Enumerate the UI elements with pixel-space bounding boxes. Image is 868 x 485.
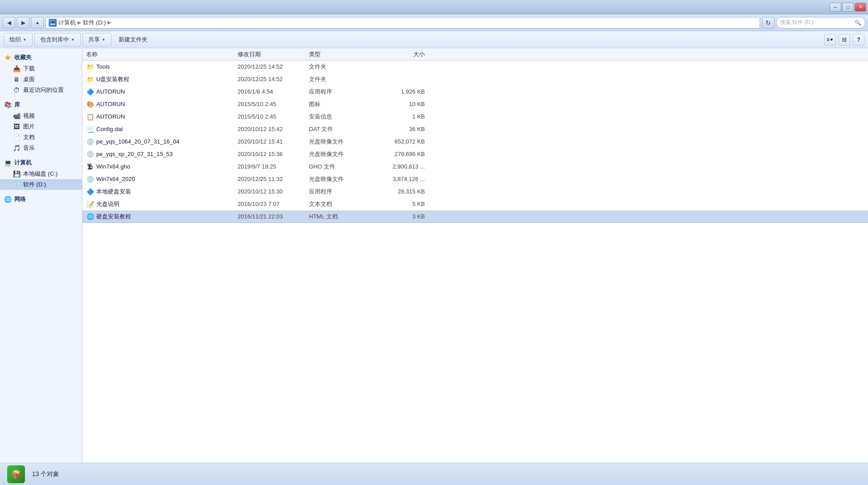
include-button[interactable]: 包含到库中 ▼ <box>34 33 81 46</box>
up-button[interactable]: ▲ <box>31 17 44 29</box>
file-size-cell: 10 KB <box>371 101 425 107</box>
file-size-cell: 28,315 KB <box>371 188 425 195</box>
refresh-button[interactable]: ↻ <box>762 17 774 29</box>
file-icon: 📋 <box>86 113 94 121</box>
file-type-cell: 光盘映像文件 <box>309 138 371 146</box>
file-name-cell: 💿 pe_yqs_1064_20_07_31_16_04 <box>86 138 238 146</box>
details-view-button[interactable]: ⊟ <box>839 34 850 45</box>
table-row[interactable]: 📋 AUTORUN 2015/5/10 2:45 安装信息 1 KB <box>82 111 868 123</box>
table-row[interactable]: 📃 Config.dat 2020/10/12 15:42 DAT 文件 36 … <box>82 123 868 136</box>
col-header-type[interactable]: 类型 <box>309 50 371 58</box>
documents-label: 文档 <box>23 133 35 141</box>
path-sep-2: ▶ <box>107 20 111 25</box>
sidebar-section-network: 🌐 网络 <box>0 193 82 205</box>
video-icon: 📹 <box>12 112 21 120</box>
music-label: 音乐 <box>23 144 35 152</box>
sidebar-section-favorites: ★ 收藏夹 📥 下载 🖥 桌面 ⏱ 最近访问的位置 <box>0 52 82 95</box>
file-name-cell: 📋 AUTORUN <box>86 113 238 121</box>
c-drive-label: 本地磁盘 (C:) <box>23 170 58 178</box>
file-type-cell: 图标 <box>309 100 371 108</box>
file-name: AUTORUN <box>96 113 125 120</box>
sidebar-item-pictures[interactable]: 🖼 图片 <box>0 121 82 132</box>
file-type-cell: 文件夹 <box>309 75 371 83</box>
d-drive-label: 软件 (D:) <box>23 181 46 189</box>
download-icon: 📥 <box>12 65 21 73</box>
favorites-label: 收藏夹 <box>14 53 32 62</box>
file-name: pe_yqs_xp_20_07_31_15_53 <box>96 151 173 157</box>
file-size-cell: 2,900,813 ... <box>371 163 425 170</box>
close-button[interactable]: ✕ <box>855 3 866 12</box>
pictures-icon: 🖼 <box>12 123 21 131</box>
view-arrow: ▼ <box>830 37 834 42</box>
file-type-cell: 光盘映像文件 <box>309 175 371 183</box>
table-row[interactable]: 🗜 Win7x64.gho 2019/9/7 19:25 GHO 文件 2,90… <box>82 160 868 173</box>
address-path[interactable]: 💻 计算机 ▶ 软件 (D:) ▶ <box>45 17 760 29</box>
maximize-button[interactable]: □ <box>842 3 854 12</box>
col-header-name[interactable]: 名称 <box>86 50 238 58</box>
view-button[interactable]: ≡ ▼ <box>824 34 836 45</box>
minimize-button[interactable]: ─ <box>830 3 841 12</box>
file-icon: 🔷 <box>86 88 94 96</box>
file-type-cell: 安装信息 <box>309 113 371 121</box>
window-controls: ─ □ ✕ <box>830 3 866 12</box>
sidebar-item-music[interactable]: 🎵 音乐 <box>0 143 82 153</box>
d-drive-icon: 💿 <box>12 181 21 189</box>
back-button[interactable]: ◀ <box>3 17 15 29</box>
organize-button[interactable]: 组织 ▼ <box>4 33 33 46</box>
path-drive: 软件 (D:) <box>83 19 106 27</box>
table-row[interactable]: 💿 pe_yqs_xp_20_07_31_15_53 2020/10/12 15… <box>82 148 868 160</box>
forward-button[interactable]: ▶ <box>17 17 29 29</box>
content-area: 名称 修改日期 类型 大小 📁 Tools 2020/12/25 14:52 文… <box>82 48 868 463</box>
col-name-label: 名称 <box>86 50 98 58</box>
computer-label: 计算机 <box>14 159 32 167</box>
table-row[interactable]: 🎨 AUTORUN 2015/5/10 2:45 图标 10 KB <box>82 98 868 111</box>
table-row[interactable]: 📁 U盘安装教程 2020/12/25 14:52 文件夹 <box>82 73 868 86</box>
computer-group-icon: 💻 <box>4 159 12 167</box>
col-header-date[interactable]: 修改日期 <box>238 50 309 58</box>
table-row[interactable]: 🌐 硬盘安装教程 2016/11/21 22:03 HTML 文档 3 KB <box>82 210 868 223</box>
view-icon: ≡ <box>827 37 830 43</box>
file-name: 本地硬盘安装 <box>96 188 131 196</box>
sidebar-item-recent[interactable]: ⏱ 最近访问的位置 <box>0 85 82 95</box>
file-size-cell: 279,696 KB <box>371 151 425 157</box>
sidebar-item-c-drive[interactable]: 💾 本地磁盘 (C:) <box>0 169 82 179</box>
new-folder-label: 新建文件夹 <box>119 36 148 44</box>
file-size-cell: 1 KB <box>371 113 425 120</box>
help-button[interactable]: ? <box>853 34 864 45</box>
file-date-cell: 2015/5/10 2:45 <box>238 101 309 107</box>
table-row[interactable]: 💿 Win7x64_2020 2020/12/25 11:32 光盘映像文件 3… <box>82 173 868 185</box>
file-name-cell: 🗜 Win7x64.gho <box>86 163 238 171</box>
table-row[interactable]: 📁 Tools 2020/12/25 14:52 文件夹 <box>82 61 868 73</box>
file-name: Config.dat <box>96 126 123 132</box>
file-icon: 📃 <box>86 125 94 133</box>
sidebar-item-desktop[interactable]: 🖥 桌面 <box>0 74 82 85</box>
path-computer: 计算机 <box>58 19 76 27</box>
toolbar: 组织 ▼ 包含到库中 ▼ 共享 ▼ 新建文件夹 ≡ ▼ ⊟ ? <box>0 31 868 48</box>
sidebar-item-d-drive[interactable]: 💿 软件 (D:) <box>0 179 82 190</box>
table-row[interactable]: 🔷 AUTORUN 2016/1/8 4:54 应用程序 1,926 KB <box>82 86 868 98</box>
organize-label: 组织 <box>9 36 21 44</box>
file-name-cell: 📁 Tools <box>86 63 238 71</box>
sidebar-group-favorites: ★ 收藏夹 <box>0 52 82 63</box>
file-name-cell: 📃 Config.dat <box>86 125 238 133</box>
file-list: 📁 Tools 2020/12/25 14:52 文件夹 📁 U盘安装教程 20… <box>82 61 868 463</box>
share-button[interactable]: 共享 ▼ <box>82 33 111 46</box>
recent-label: 最近访问的位置 <box>23 86 64 94</box>
table-row[interactable]: 💿 pe_yqs_1064_20_07_31_16_04 2020/10/12 … <box>82 136 868 148</box>
sidebar-item-video[interactable]: 📹 视频 <box>0 111 82 121</box>
lib-icon: 📚 <box>4 101 12 108</box>
table-row[interactable]: 🔷 本地硬盘安装 2020/10/12 15:30 应用程序 28,315 KB <box>82 185 868 198</box>
file-date-cell: 2016/11/21 22:03 <box>238 213 309 220</box>
file-name: 光盘说明 <box>96 200 119 208</box>
sidebar-item-documents[interactable]: 📄 文档 <box>0 132 82 143</box>
search-box[interactable]: 搜索 软件 (D:) 🔍 <box>776 17 865 29</box>
sidebar: ★ 收藏夹 📥 下载 🖥 桌面 ⏱ 最近访问的位置 📚 <box>0 48 82 463</box>
download-label: 下载 <box>23 65 35 73</box>
sidebar-item-download[interactable]: 📥 下载 <box>0 63 82 74</box>
col-header-size[interactable]: 大小 <box>371 50 425 58</box>
net-icon: 🌐 <box>4 196 12 203</box>
col-size-label: 大小 <box>413 50 425 58</box>
table-row[interactable]: 📝 光盘说明 2016/10/23 7:07 文本文档 5 KB <box>82 198 868 210</box>
new-folder-button[interactable]: 新建文件夹 <box>113 33 153 46</box>
music-icon: 🎵 <box>12 144 21 152</box>
